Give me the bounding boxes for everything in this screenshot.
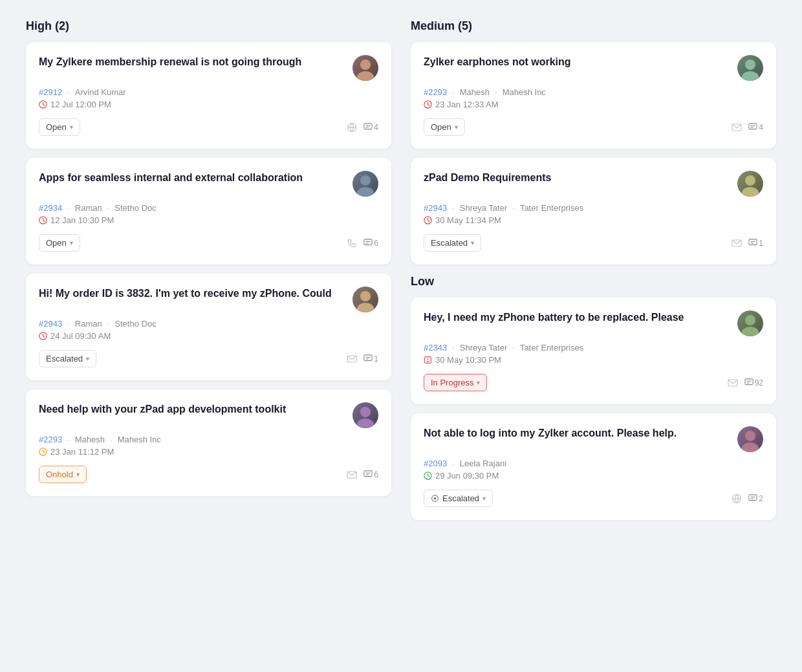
svg-rect-72 — [749, 494, 757, 500]
agent-name: Shreya Tater — [460, 203, 507, 213]
globe-icon — [347, 122, 357, 133]
agent-name: Mahesh — [75, 435, 105, 444]
company-name: Tater Enterprises — [520, 203, 583, 213]
svg-point-45 — [745, 175, 755, 186]
ticket-id: #2293 — [424, 87, 447, 97]
email-icon — [347, 354, 357, 364]
card-time: 12 Jul 12:00 PM — [39, 100, 378, 109]
card-low-2: Not able to log into my Zylker account. … — [411, 413, 776, 520]
card-footer: Escalated ▾ 2 — [424, 490, 763, 507]
status-button[interactable]: Onhold ▾ — [39, 466, 87, 483]
agent-name: Arvind Kumar — [75, 87, 126, 97]
status-button[interactable]: Open ▾ — [424, 118, 465, 136]
svg-line-22 — [43, 336, 45, 338]
card-meta: #2293 · Mahesh · Mahesh Inc — [39, 435, 378, 444]
company-name: Mahesh Inc — [503, 87, 546, 97]
email-icon — [732, 122, 742, 133]
avatar — [737, 426, 763, 452]
card-date: 24 Jul 09:30 AM — [50, 331, 111, 341]
avatar — [737, 55, 763, 81]
card-date: 29 Jun 09:30 PM — [435, 471, 499, 481]
svg-line-67 — [428, 476, 429, 477]
svg-point-11 — [357, 187, 374, 197]
email-icon — [732, 238, 742, 248]
card-footer: In Progress ▾ 92 — [424, 374, 763, 391]
comment-count: 1 — [363, 354, 378, 363]
svg-rect-33 — [364, 470, 372, 476]
status-button[interactable]: Open ▾ — [39, 118, 80, 136]
count-label: 6 — [374, 239, 378, 248]
count-label: 1 — [759, 239, 763, 248]
card-time: 30 May 11:34 PM — [424, 215, 763, 225]
svg-line-40 — [428, 105, 429, 106]
card-title: zPad Demo Requirements — [424, 171, 737, 185]
low-section-header: Low — [411, 275, 776, 288]
avatar — [352, 55, 378, 81]
ticket-id: #2093 — [424, 459, 447, 468]
agent-name: Leela Rajani — [460, 459, 506, 468]
card-high-4: Need help with your zPad app development… — [26, 389, 391, 496]
status-button[interactable]: In Progress ▾ — [424, 374, 487, 391]
ticket-id: #2293 — [39, 435, 62, 444]
svg-point-46 — [742, 187, 759, 197]
agent-name: Raman — [75, 319, 102, 329]
status-button[interactable]: Escalated ▾ — [39, 350, 96, 367]
card-footer: Escalated ▾ 1 — [39, 350, 378, 367]
chevron-down-icon: ▾ — [76, 471, 80, 478]
footer-icons: 6 — [347, 238, 378, 248]
count-label: 1 — [374, 354, 378, 363]
avatar — [352, 171, 378, 197]
status-button[interactable]: Open ▾ — [39, 234, 80, 252]
card-title: Apps for seamless internal and external … — [39, 171, 352, 185]
svg-line-14 — [43, 221, 45, 222]
card-meta: #2293 · Mahesh · Mahesh Inc — [424, 87, 763, 97]
comment-count: 92 — [744, 378, 763, 387]
svg-point-28 — [357, 418, 374, 428]
svg-rect-15 — [364, 239, 372, 244]
card-meta: #2093 · Leela Rajani — [424, 459, 763, 468]
kanban-board: High (2) My Zylkere membership renewal i… — [26, 19, 776, 529]
card-footer: Escalated ▾ 1 — [424, 234, 763, 252]
card-med-2: zPad Demo Requirements #2943 · Shreya Ta… — [411, 158, 776, 265]
globe-icon — [732, 493, 742, 504]
comment-count: 4 — [748, 123, 763, 132]
card-low-1: Hey, I need my zPhone battery to be repl… — [411, 298, 776, 404]
card-title: Hey, I need my zPhone battery to be repl… — [424, 310, 737, 325]
email-icon — [347, 470, 357, 480]
card-time: 30 May 10:30 PM — [424, 355, 763, 365]
status-button[interactable]: Escalated ▾ — [424, 234, 481, 252]
ticket-id: #2943 — [39, 319, 62, 329]
svg-point-1 — [357, 71, 374, 81]
svg-line-4 — [43, 105, 45, 106]
card-title: Not able to log into my Zylker account. … — [424, 426, 737, 440]
avatar — [737, 310, 763, 336]
footer-icons: 6 — [347, 470, 378, 480]
svg-point-36 — [745, 60, 755, 70]
svg-point-63 — [745, 431, 755, 441]
svg-point-10 — [360, 175, 371, 186]
card-date: 23 Jan 11:12 PM — [50, 447, 114, 457]
footer-icons: 2 — [732, 493, 763, 504]
card-date: 12 Jan 10:30 PM — [50, 215, 114, 225]
status-button[interactable]: Escalated ▾ — [424, 490, 493, 507]
card-date: 12 Jul 12:00 PM — [50, 100, 111, 109]
svg-rect-7 — [364, 123, 372, 129]
count-label: 4 — [759, 123, 763, 132]
chevron-down-icon: ▾ — [471, 239, 474, 246]
email-icon — [728, 378, 738, 388]
comment-count: 4 — [363, 123, 378, 132]
company-name: Stetho Doc — [114, 319, 156, 329]
footer-icons: 92 — [728, 378, 763, 388]
comment-count: 6 — [363, 239, 378, 248]
card-meta: #2934 · Raman · Stetho Doc — [39, 203, 378, 213]
chevron-down-icon: ▾ — [86, 355, 89, 362]
card-footer: Open ▾ 6 — [39, 234, 378, 252]
chevron-down-icon: ▾ — [70, 239, 73, 246]
svg-point-55 — [742, 327, 759, 336]
medium-column-header: Medium (5) — [411, 19, 776, 33]
count-label: 2 — [759, 494, 763, 503]
svg-line-49 — [428, 221, 429, 222]
comment-count: 2 — [748, 494, 763, 503]
agent-name: Raman — [75, 203, 102, 213]
card-high-2: Apps for seamless internal and external … — [26, 158, 391, 265]
